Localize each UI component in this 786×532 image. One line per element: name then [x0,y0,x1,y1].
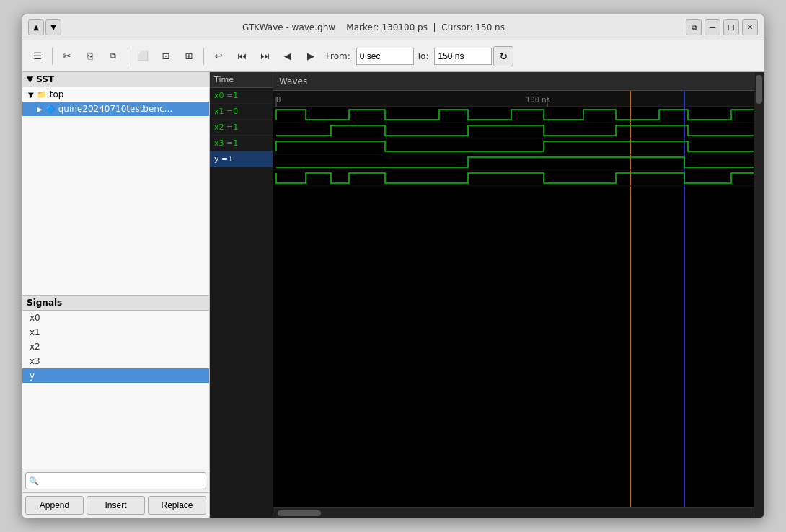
cut-btn[interactable]: ✂ [56,45,78,67]
close-btn[interactable]: ✕ [742,19,758,35]
titlebar-left: ▲ ▼ [28,19,61,35]
v-scrollbar[interactable] [754,72,764,518]
wave-label-y: y =1 [210,151,273,167]
signal-label-y: y [30,371,35,381]
last-icon: ⏭ [260,50,270,61]
minimize-btn[interactable]: — [705,19,720,35]
cursor-info: Cursor: 150 ns [441,22,505,32]
next-btn[interactable]: ▶ [300,45,322,67]
zoom-fit-btn[interactable]: ⊡ [155,45,177,67]
signals-title: Signals [27,298,62,308]
from-input[interactable] [356,48,414,65]
search-icon: 🔍 [29,476,39,486]
signal-item-x0[interactable]: x0 [22,311,209,325]
titlebar: ▲ ▼ GTKWave - wave.ghw Marker: 130100 ps… [22,14,764,40]
from-label: From: [326,51,350,61]
time-label: Time [214,75,234,84]
menu-btn[interactable]: ☰ [27,45,48,67]
paste-icon: ⧉ [110,51,116,61]
wave-label-x3-text: x3 =1 [214,138,238,148]
undo-icon: ↩ [215,50,223,61]
signal-label-x2: x2 [30,342,40,352]
module-icon: 🔷 [45,105,56,114]
zoom-box-btn[interactable]: ⊞ [178,45,200,67]
paste-btn[interactable]: ⧉ [102,45,124,67]
insert-button[interactable]: Insert [87,496,145,515]
v-scrollbar-thumb[interactable] [756,75,762,104]
titlebar-center: GTKWave - wave.ghw Marker: 130100 ps | C… [61,22,686,32]
signal-item-x1[interactable]: x1 [22,325,209,340]
waves-title: Waves [279,76,307,87]
signal-item-x3[interactable]: x3 [22,354,209,368]
toolbar: ☰ ✂ ⎘ ⧉ ⬜ ⊡ ⊞ ↩ ⏮ ⏭ ◀ [22,40,764,72]
signals-header: Signals [22,296,209,311]
sst-title: SST [36,74,54,84]
cut-icon: ✂ [63,50,71,61]
copy-btn[interactable]: ⎘ [79,45,101,67]
marker-info: Marker: 130100 ps [346,22,428,32]
window-title: GTKWave - wave.ghw [242,22,335,32]
first-icon: ⏮ [237,50,247,61]
wave-label-x2-text: x2 =1 [214,123,238,132]
to-label: To: [417,51,429,61]
append-button[interactable]: Append [25,496,84,515]
titlebar-up-btn[interactable]: ▲ [28,19,44,35]
tree-item-module[interactable]: ▶ 🔷 quine20240710testbenc... [22,102,209,116]
wave-label-x1-text: x1 =0 [214,107,238,116]
h-scrollbar-thumb[interactable] [278,510,321,516]
waves-header: Waves [273,72,754,91]
wave-label-x3: x3 =1 [210,136,273,151]
wave-label-x2: x2 =1 [210,120,273,136]
wave-label-x0: x0 =1 [210,88,273,104]
signals-list[interactable]: x0 x1 x2 x3 y [22,311,209,469]
time-header: Time [210,72,273,88]
waveform-svg: 0 100 ns [273,91,754,507]
sep2 [128,48,128,65]
select-all-btn[interactable]: ⬜ [132,45,154,67]
search-wrapper: 🔍 [25,472,206,489]
wave-label-y-text: y =1 [214,154,233,164]
tree-item-top[interactable]: ▼ 📁 top [22,87,209,102]
tree-arrow-top: ▼ [28,91,34,99]
prev-btn[interactable]: ◀ [277,45,299,67]
zoom-fit-icon: ⊡ [162,50,170,61]
sst-section: ▼ SST ▼ 📁 top ▶ 🔷 quine20240710testbenc.… [22,72,209,296]
signal-label-x1: x1 [30,327,40,337]
wave-label-x0-text: x0 =1 [214,91,238,100]
wave-label-x1: x1 =0 [210,104,273,120]
sst-tree[interactable]: ▼ 📁 top ▶ 🔷 quine20240710testbenc... [22,87,209,295]
signal-labels-col: Time x0 =1 x1 =0 x2 =1 x3 =1 y [210,72,273,518]
left-panel: ▼ SST ▼ 📁 top ▶ 🔷 quine20240710testbenc.… [22,72,210,518]
copy-icon: ⎘ [87,50,93,61]
search-area: 🔍 [22,469,209,492]
search-input[interactable] [25,472,206,489]
signal-label-x0: x0 [30,313,40,323]
zoom-box-icon: ⊞ [185,50,193,61]
replace-button[interactable]: Replace [148,496,206,515]
h-scrollbar[interactable] [273,507,754,518]
signal-item-y[interactable]: y [22,368,209,383]
first-btn[interactable]: ⏮ [231,45,252,67]
tree-label-top: top [50,89,64,99]
select-all-icon: ⬜ [137,50,149,61]
prev-icon: ◀ [284,50,291,61]
signal-item-x2[interactable]: x2 [22,340,209,354]
to-input[interactable] [434,48,492,65]
svg-text:100 ns: 100 ns [526,96,550,104]
refresh-icon: ↻ [500,50,508,62]
action-buttons: Append Insert Replace [22,492,209,518]
signals-section: Signals x0 x1 x2 x3 y [22,296,209,518]
wave-svg-container[interactable]: 0 100 ns [273,91,754,507]
svg-rect-0 [273,91,754,107]
last-btn[interactable]: ⏭ [254,45,275,67]
restore-btn[interactable]: ⧉ [686,19,702,35]
waveform-display[interactable]: Waves 0 100 ns [273,72,754,518]
titlebar-down-btn[interactable]: ▼ [45,19,61,35]
undo-btn[interactable]: ↩ [208,45,229,67]
main-area: ▼ SST ▼ 📁 top ▶ 🔷 quine20240710testbenc.… [22,72,764,518]
signal-label-x3: x3 [30,356,40,366]
sst-header: ▼ SST [22,72,209,87]
refresh-btn[interactable]: ↻ [493,46,513,66]
maximize-btn[interactable]: □ [723,19,739,35]
right-panel: Time x0 =1 x1 =0 x2 =1 x3 =1 y [210,72,764,518]
